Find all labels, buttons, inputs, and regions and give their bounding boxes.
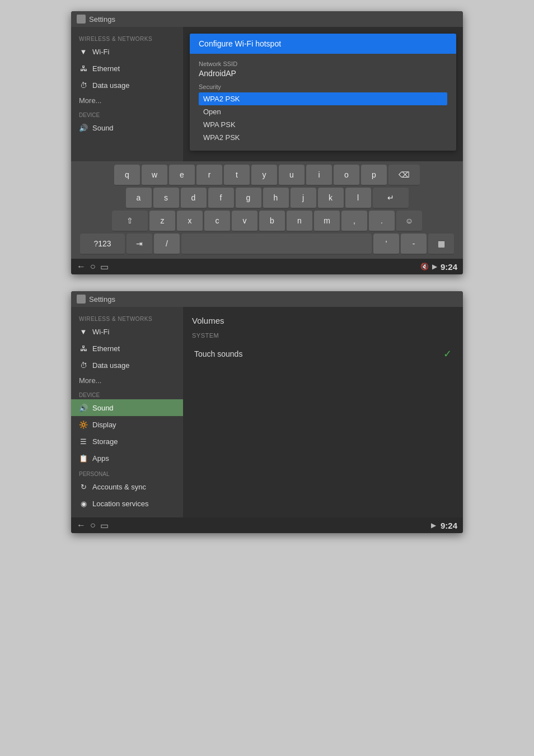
touch-sounds-checkmark: ✓ — [443, 348, 452, 360]
key-m[interactable]: m — [314, 211, 340, 232]
key-period[interactable]: . — [369, 211, 395, 232]
p2-data-label: Data usage — [92, 361, 130, 370]
key-j[interactable]: j — [291, 188, 316, 209]
sidebar-item-more[interactable]: More... — [71, 94, 183, 108]
nav-back[interactable]: ← — [77, 262, 86, 272]
p2-accounts-icon: ↻ — [79, 482, 88, 491]
dialog-title: Configure Wi-Fi hotspot — [190, 34, 456, 54]
key-i[interactable]: i — [306, 165, 332, 186]
key-backspace[interactable]: ⌫ — [388, 165, 420, 186]
key-enter[interactable]: ↵ — [373, 188, 409, 209]
security-options: WPA2 PSK Open WPA PSK WPA2 PSK — [199, 92, 447, 144]
play-icon: ▶ — [432, 263, 437, 270]
key-q[interactable]: q — [114, 165, 140, 186]
p2-sidebar-data-usage[interactable]: ⏱ Data usage — [71, 357, 183, 374]
key-c[interactable]: c — [204, 211, 230, 232]
panel1-statusbar: ← ○ ▭ 🔇 ▶ 9:24 — [71, 259, 463, 274]
ssid-value: AndroidAP — [199, 69, 447, 78]
touch-sounds-item[interactable]: Touch sounds ✓ — [192, 343, 454, 365]
p2-display-icon: 🔆 — [79, 420, 88, 429]
panel2-settings-sound: Settings WIRELESS & NETWORKS ▼ Wi-Fi 🖧 E… — [71, 291, 463, 533]
p2-storage-icon: ☰ — [79, 437, 88, 446]
sidebar-item-wifi[interactable]: ▼ Wi-Fi — [71, 43, 183, 60]
p2-nav-back[interactable]: ← — [77, 520, 86, 530]
key-slash[interactable]: / — [154, 234, 180, 255]
key-a[interactable]: a — [126, 188, 152, 209]
key-o[interactable]: o — [334, 165, 359, 186]
sidebar-item-data-usage[interactable]: ⏱ Data usage — [71, 77, 183, 94]
key-p[interactable]: p — [361, 165, 387, 186]
nav-home[interactable]: ○ — [90, 262, 96, 272]
p2-more[interactable]: More... — [71, 374, 183, 388]
key-v[interactable]: v — [232, 211, 257, 232]
key-y[interactable]: y — [251, 165, 277, 186]
key-n[interactable]: n — [287, 211, 312, 232]
sidebar-item-ethernet[interactable]: 🖧 Ethernet — [71, 60, 183, 77]
key-z[interactable]: z — [149, 211, 175, 232]
key-apostrophe[interactable]: ' — [373, 234, 399, 255]
p2-sidebar-display[interactable]: 🔆 Display — [71, 416, 183, 433]
p2-accounts-label: Accounts & sync — [92, 483, 146, 491]
key-s[interactable]: s — [153, 188, 179, 209]
p2-status-right: ▶ 9:24 — [431, 521, 457, 530]
sidebar-item-sound-label-p1: Sound — [92, 124, 114, 132]
key-d[interactable]: d — [181, 188, 207, 209]
security-wpa2psk-1[interactable]: WPA2 PSK — [199, 92, 447, 105]
mute-icon: 🔇 — [420, 263, 429, 270]
key-grid[interactable]: ▦ — [428, 234, 454, 255]
security-wpapsk[interactable]: WPA PSK — [199, 118, 447, 131]
security-open[interactable]: Open — [199, 105, 447, 118]
p2-sidebar-apps[interactable]: 📋 Apps — [71, 450, 183, 466]
p2-sound-label: Sound — [92, 404, 114, 412]
key-l[interactable]: l — [345, 188, 371, 209]
statusbar-nav: ← ○ ▭ — [77, 262, 109, 272]
p2-apps-label: Apps — [92, 454, 109, 463]
key-shift[interactable]: ⇧ — [112, 211, 148, 232]
status-icons: 🔇 ▶ 9:24 — [420, 262, 457, 272]
panel1-sidebar: WIRELESS & NETWORKS ▼ Wi-Fi 🖧 Ethernet ⏱… — [71, 27, 183, 161]
key-space[interactable] — [181, 234, 372, 255]
key-b[interactable]: b — [259, 211, 285, 232]
key-tab[interactable]: ⇥ — [127, 234, 152, 255]
p2-sidebar-location[interactable]: ◉ Location services — [71, 495, 183, 512]
p2-wifi-label: Wi-Fi — [92, 328, 109, 336]
panel2-header: Settings — [71, 291, 463, 307]
key-g[interactable]: g — [236, 188, 261, 209]
key-x[interactable]: x — [177, 211, 203, 232]
p2-sidebar-wifi[interactable]: ▼ Wi-Fi — [71, 323, 183, 340]
configure-wifi-dialog: Configure Wi-Fi hotspot Network SSID And… — [190, 34, 456, 151]
p2-main-content: Volumes SYSTEM Touch sounds ✓ — [183, 307, 463, 517]
key-emoji[interactable]: ☺ — [396, 211, 422, 232]
dialog-area: Configure Wi-Fi hotspot Network SSID And… — [183, 27, 463, 161]
panel2-statusbar: ← ○ ▭ ▶ 9:24 — [71, 517, 463, 533]
key-r[interactable]: r — [196, 165, 222, 186]
security-wpa2psk-2[interactable]: WPA2 PSK — [199, 131, 447, 144]
key-f[interactable]: f — [208, 188, 234, 209]
sidebar-item-sound-p1[interactable]: 🔊 Sound — [71, 119, 183, 136]
key-u[interactable]: u — [279, 165, 305, 186]
statusbar-time: 9:24 — [441, 262, 457, 272]
p2-wifi-icon: ▼ — [79, 327, 88, 336]
panel1-header-title: Settings — [89, 15, 115, 24]
p2-sidebar-ethernet[interactable]: 🖧 Ethernet — [71, 340, 183, 357]
key-t[interactable]: t — [224, 165, 250, 186]
p2-nav-recents[interactable]: ▭ — [100, 520, 109, 531]
nav-recents[interactable]: ▭ — [100, 262, 109, 272]
settings-icon-p2 — [77, 295, 86, 304]
key-comma[interactable]: , — [341, 211, 367, 232]
sidebar-item-data-label: Data usage — [92, 81, 130, 90]
key-dash[interactable]: - — [401, 234, 427, 255]
p2-sidebar-accounts[interactable]: ↻ Accounts & sync — [71, 478, 183, 495]
sidebar-item-wifi-label: Wi-Fi — [92, 48, 109, 56]
ssid-label: Network SSID — [199, 60, 447, 67]
key-e[interactable]: e — [169, 165, 195, 186]
key-k[interactable]: k — [318, 188, 344, 209]
key-h[interactable]: h — [263, 188, 289, 209]
p2-sidebar-storage[interactable]: ☰ Storage — [71, 433, 183, 450]
device-label: DEVICE — [71, 108, 183, 119]
key-w[interactable]: w — [142, 165, 167, 186]
p2-nav-home[interactable]: ○ — [90, 520, 96, 530]
p2-sidebar-sound[interactable]: 🔊 Sound — [71, 399, 183, 416]
settings-icon — [77, 15, 86, 24]
key-numbers[interactable]: ?123 — [80, 234, 125, 255]
